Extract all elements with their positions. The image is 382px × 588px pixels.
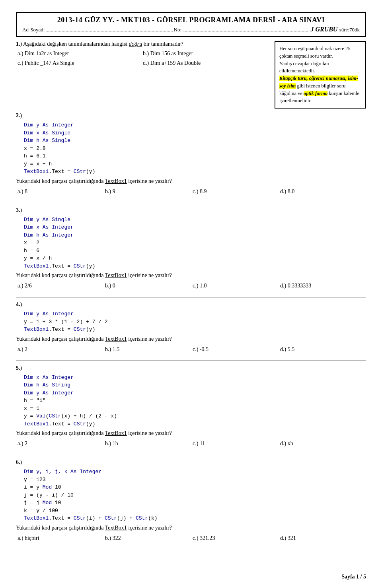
info-line1: Her soru eşit puanlı olmak üzere 25 çokt…	[279, 46, 350, 59]
q5-paren: )	[20, 365, 22, 371]
question-6: 6.) Dim y, i, j, k As Integer y = 123 i …	[16, 459, 366, 542]
question-3: 3.) Dim y As Single Dim x As Integer Dim…	[16, 207, 366, 290]
q3-opt-d: d.) 0.3333333	[279, 282, 366, 290]
q1-row1: a.) Dim 1a2r as Integer b.) Dim 156 as I…	[16, 50, 267, 58]
q5-opt-a: a.) 2	[16, 440, 103, 448]
q2-code: Dim y As Integer Dim x As Single Dim h A…	[24, 121, 366, 176]
question-5: 5.) Dim x As Integer Dim h As String Dim…	[16, 365, 366, 448]
q5-prompt: Yukarıdaki kod parçası çalıştırıldığında…	[16, 430, 366, 437]
q5-opt-c: c.) 11	[191, 440, 279, 448]
q6-opt-b: b.) 322	[103, 534, 191, 542]
q6-answers: a.) hiçbiri b.) 322 c.) 321.23 d.) 321	[16, 534, 366, 542]
info-line2: Yanlış cevaplar doğruları etkilememekted…	[279, 61, 329, 74]
adsoyad-dotted	[46, 26, 172, 31]
question-1: 1.) Aşağıdaki değişken tanımlamalarından…	[16, 41, 267, 69]
question-2: 2.) Dim y As Integer Dim x As Single Dim…	[16, 113, 366, 196]
q1-answers: a.) Dim 1a2r as Integer b.) Dim 156 as I…	[16, 50, 267, 69]
q4-answers: a.) 2 b.) 1.5 c.) -0.5 d.) 5.5	[16, 345, 366, 353]
q6-opt-c: c.) 321.23	[191, 534, 279, 542]
q6-prompt: Yukarıdaki kod parçası çalıştırıldığında…	[16, 525, 366, 531]
q4-opt-a: a.) 2	[16, 345, 103, 353]
sure-label: -süre:70dk	[337, 27, 360, 33]
page-number: Sayfa 1 / 5	[341, 574, 366, 580]
q3-opt-c: c.) 1.0	[191, 282, 279, 290]
q2-opt-c: c.) 8.9	[191, 188, 279, 196]
q5-number: 5.	[16, 365, 20, 371]
q3-opt-b: b.) 0	[103, 282, 191, 290]
q1-text: 1.) Aşağıdaki değişken tanımlamalarından…	[16, 41, 267, 47]
group-label: J GRUBU	[310, 26, 337, 33]
header-title: 2013-14 GÜZ YY. - MKT103 - GÖRSEL PROGRA…	[22, 16, 360, 24]
q3-opt-a: a.) 2/6	[16, 282, 103, 290]
q3-number: 3.	[16, 207, 20, 213]
top-section: 1.) Aşağıdaki değişken tanımlamalarından…	[16, 41, 366, 109]
no-label: No:	[174, 27, 182, 33]
q2-opt-a: a.) 8	[16, 188, 103, 196]
q6-code: Dim y, i, j, k As Integer y = 123 i = y …	[24, 468, 366, 522]
q1-text-part2: bir tanımlamadır?	[142, 41, 183, 47]
q2-prompt: Yukarıdaki kod parçası çalıştırıldığında…	[16, 178, 366, 184]
q5-opt-d: d.) xh	[279, 440, 366, 448]
q2-number: 2.	[16, 113, 20, 118]
q1-opt-b: b.) Dim 156 as Integer	[141, 50, 267, 58]
page: 2013-14 GÜZ YY. - MKT103 - GÖRSEL PROGRA…	[0, 0, 382, 588]
q2-opt-d: d.) 8.0	[279, 188, 366, 196]
q3-header: 3.)	[16, 207, 366, 213]
divider-5	[16, 455, 366, 455]
q2-answers: a.) 8 b.) 9 c.) 8.9 d.) 8.0	[16, 188, 366, 196]
q1-number: 1.	[16, 41, 20, 47]
q6-paren: )	[20, 459, 22, 465]
q5-header: 5.)	[16, 365, 366, 371]
q2-header: 2.)	[16, 113, 366, 119]
q4-opt-d: d.) 5.5	[279, 345, 366, 353]
info-box: Her soru eşit puanlı olmak üzere 25 çokt…	[275, 41, 366, 109]
q1-area: 1.) Aşağıdaki değişken tanımlamalarından…	[16, 41, 275, 109]
q4-opt-c: c.) -0.5	[191, 345, 279, 353]
q3-code: Dim y As Single Dim x As Integer Dim h A…	[24, 216, 366, 270]
q1-opt-a: a.) Dim 1a2r as Integer	[16, 50, 141, 58]
divider-2	[16, 203, 366, 203]
header-box: 2013-14 GÜZ YY. - MKT103 - GÖRSEL PROGRA…	[16, 12, 366, 37]
q4-code: Dim y As Integer y = 1 + 3 * (1 - 2) + 7…	[24, 310, 366, 334]
q4-paren: )	[20, 301, 22, 307]
q6-opt-a: a.) hiçbiri	[16, 534, 103, 542]
q2-paren: )	[20, 113, 22, 118]
header-line: Ad-Soyad: No: J GRUBU -süre:70dk	[22, 26, 360, 33]
q4-prompt: Yukarıdaki kod parçası çalıştırıldığında…	[16, 336, 366, 342]
divider-3	[16, 297, 366, 297]
no-dotted	[183, 26, 309, 31]
q1-row2: c.) Public _147 As Single d.) Dim a+159 …	[16, 59, 267, 67]
q4-header: 4.)	[16, 301, 366, 308]
info-highlight2: optik forma	[304, 91, 327, 96]
question-4: 4.) Dim y As Integer y = 1 + 3 * (1 - 2)…	[16, 301, 366, 353]
q3-answers: a.) 2/6 b.) 0 c.) 1.0 d.) 0.3333333	[16, 282, 366, 290]
q3-prompt: Yukarıdaki kod parçası çalıştırıldığında…	[16, 272, 366, 279]
divider-4	[16, 361, 366, 361]
q6-header: 6.)	[16, 459, 366, 466]
q5-opt-b: b.) 1h	[103, 440, 191, 448]
q1-opt-d: d.) Dim a+159 As Double	[141, 59, 267, 67]
q1-text-part1: ) Aşağıdaki değişken tanımlamalarından h…	[20, 41, 129, 47]
q3-paren: )	[20, 207, 22, 213]
adsoyad-label: Ad-Soyad:	[22, 27, 45, 33]
q6-number: 6.	[16, 459, 20, 465]
q1-opt-c: c.) Public _147 As Single	[16, 59, 141, 67]
q4-opt-b: b.) 1.5	[103, 345, 191, 353]
q1-italic: doğru	[129, 41, 142, 47]
q2-opt-b: b.) 9	[103, 188, 191, 196]
q5-answers: a.) 2 b.) 1h c.) 11 d.) xh	[16, 440, 366, 448]
q5-code: Dim x As Integer Dim h As String Dim y A…	[24, 374, 366, 428]
q6-opt-d: d.) 321	[279, 534, 366, 542]
q4-number: 4.	[16, 301, 20, 307]
